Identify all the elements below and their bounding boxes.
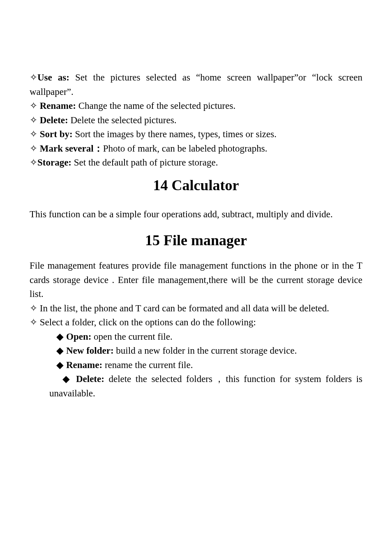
item-delete-label: Delete: xyxy=(37,115,68,125)
item-rename: ✧ Rename: Change the name of the selecte… xyxy=(30,99,362,113)
item-sort-by-text: Sort the images by there names, types, t… xyxy=(73,129,277,139)
diamond-open-icon: ✧ xyxy=(30,101,37,111)
diamond-open-icon: ✧ xyxy=(30,129,37,139)
sub-rename: ◆ Rename: rename the current file. xyxy=(49,358,362,373)
item-storage-text: Set the default path of picture storage. xyxy=(71,157,218,168)
diamond-solid-icon: ◆ xyxy=(56,331,64,342)
diamond-solid-icon: ◆ xyxy=(62,374,72,384)
item-use-as-text: Set the pictures selected as “home scree… xyxy=(30,72,362,97)
sub-new-folder-text: build a new folder in the current storag… xyxy=(114,345,297,356)
heading-calculator: 14 Calculator xyxy=(30,174,362,196)
file-manager-bullet-format-text: In the list, the phone and T card can be… xyxy=(37,303,329,313)
sub-open-label: Open: xyxy=(64,331,91,342)
sub-rename-text: rename the current file. xyxy=(102,360,193,370)
item-use-as-label: Use as: xyxy=(37,72,69,83)
file-manager-bullet-select-text: Select a folder, click on the options ca… xyxy=(37,317,256,327)
sub-new-folder-label: New folder: xyxy=(64,345,113,356)
file-manager-intro: File management features provide file ma… xyxy=(30,259,362,302)
diamond-open-icon: ✧ xyxy=(30,72,37,83)
item-delete: ✧ Delete: Delete the selected pictures. xyxy=(30,113,362,128)
item-mark-several: ✧ Mark several：Photo of mark, can be lab… xyxy=(30,142,362,156)
heading-file-manager: 15 File manager xyxy=(30,229,362,251)
item-use-as: ✧Use as: Set the pictures selected as “h… xyxy=(30,71,362,99)
item-rename-text: Change the name of the selected pictures… xyxy=(76,101,235,111)
sub-delete: ◆ Delete: delete the selected folders，th… xyxy=(49,372,362,400)
item-rename-label: Rename: xyxy=(37,101,76,111)
sub-delete-label: Delete: xyxy=(71,374,104,384)
file-manager-bullet-format: ✧ In the list, the phone and T card can … xyxy=(30,302,362,316)
item-mark-several-label: Mark several： xyxy=(37,143,103,154)
diamond-open-icon: ✧ xyxy=(30,303,37,313)
file-manager-sublist: ◆ Open: open the current file. ◆ New fol… xyxy=(49,330,362,401)
sub-open: ◆ Open: open the current file. xyxy=(49,330,362,344)
item-mark-several-text: Photo of mark, can be labeled photograph… xyxy=(103,143,267,154)
diamond-open-icon: ✧ xyxy=(30,115,37,125)
item-storage: ✧Storage: Set the default path of pictur… xyxy=(30,156,362,170)
item-storage-label: Storage: xyxy=(37,157,71,168)
file-manager-bullet-select: ✧ Select a folder, click on the options … xyxy=(30,315,362,330)
item-sort-by: ✧ Sort by: Sort the images by there name… xyxy=(30,127,362,142)
sub-new-folder: ◆ New folder: build a new folder in the … xyxy=(49,344,362,358)
item-sort-by-label: Sort by: xyxy=(37,129,73,139)
item-delete-text: Delete the selected pictures. xyxy=(68,115,177,125)
calculator-body: This function can be a simple four opera… xyxy=(30,204,362,226)
diamond-solid-icon: ◆ xyxy=(56,360,64,370)
sub-rename-label: Rename: xyxy=(64,360,102,370)
sub-open-text: open the current file. xyxy=(91,331,172,342)
diamond-solid-icon: ◆ xyxy=(56,345,64,356)
diamond-open-icon: ✧ xyxy=(30,157,37,168)
document-page: ✧Use as: Set the pictures selected as “h… xyxy=(0,0,392,430)
diamond-open-icon: ✧ xyxy=(30,317,37,327)
diamond-open-icon: ✧ xyxy=(30,143,37,154)
